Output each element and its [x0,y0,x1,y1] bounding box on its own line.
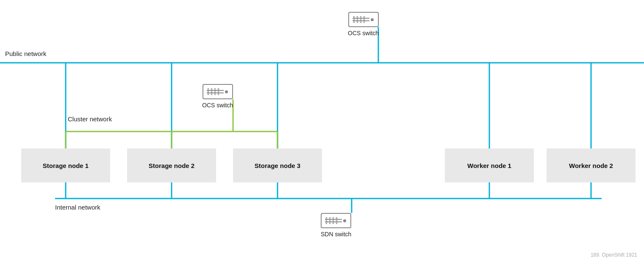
internal-network-label: Internal network [55,204,100,211]
worker-node-2-label: Worker node 2 [569,162,613,169]
worker-node-1: Worker node 1 [445,148,534,182]
watermark: 189. OpenShift 1921 [591,252,637,258]
sdn-switch-bottom: SDN switch [321,213,351,238]
ocs-switch-mid-label: OCS switch [202,102,233,109]
storage-node-3-label: Storage node 3 [255,162,300,169]
storage-node-2-label: Storage node 2 [149,162,194,169]
network-diagram: Public network OCS switch OCS switch [0,0,644,263]
storage-node-2: Storage node 2 [127,148,216,182]
storage-node-3: Storage node 3 [233,148,322,182]
worker-node-1-label: Worker node 1 [467,162,511,169]
sdn-switch-label: SDN switch [321,231,351,238]
ocs-switch-top-icon [348,12,379,27]
storage-node-1-label: Storage node 1 [43,162,89,169]
worker-node-2: Worker node 2 [547,148,636,182]
ocs-switch-mid: OCS switch [202,84,233,109]
sdn-switch-icon [321,213,351,228]
ocs-switch-top-label: OCS switch [348,30,379,36]
ocs-switch-top: OCS switch [348,12,379,36]
ocs-switch-mid-icon [203,84,233,99]
cluster-network-label: Cluster network [68,115,112,123]
storage-node-1: Storage node 1 [21,148,110,182]
public-network-label: Public network [5,50,47,57]
